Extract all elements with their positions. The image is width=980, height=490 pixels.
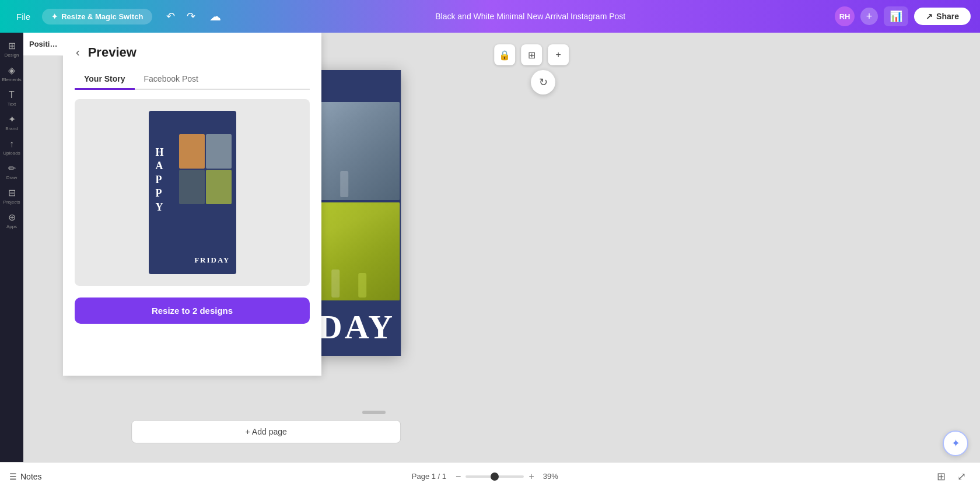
projects-icon: ⊟ xyxy=(8,187,16,198)
stats-button[interactable]: 📊 xyxy=(884,6,908,26)
view-controls: ⊞ ⤢ xyxy=(932,468,971,485)
add-page-button[interactable]: + Add page xyxy=(131,420,401,443)
file-button[interactable]: File xyxy=(9,8,37,25)
zoom-slider-container: − + 39% xyxy=(456,471,562,482)
preview-canvas-area: HAPPY FRIDAY xyxy=(75,99,310,286)
magic-ai-button[interactable]: ✦ xyxy=(943,430,968,456)
document-title: Black and White Minimal New Arrival Inst… xyxy=(435,12,625,21)
preview-panel: ‹ Preview Your Story Facebook Post HAPPY… xyxy=(63,33,321,376)
tab-your-story[interactable]: Your Story xyxy=(75,69,135,90)
fullscreen-button[interactable]: ⤢ xyxy=(953,468,971,485)
preview-photo-cell-4 xyxy=(206,170,232,204)
add-element-button[interactable]: + xyxy=(548,44,569,65)
zoom-thumb xyxy=(491,473,499,481)
sidebar-item-uploads[interactable]: ↑ Uploads xyxy=(1,136,22,158)
preview-photo-cell-1 xyxy=(179,134,205,169)
preview-happy-text: HAPPY xyxy=(156,146,164,214)
bottom-center: Page 1 / 1 − + 39% xyxy=(412,471,562,482)
sidebar-item-draw[interactable]: ✏ Draw xyxy=(1,161,22,182)
share-icon: ↗ xyxy=(926,12,933,21)
elements-icon: ◈ xyxy=(8,65,15,76)
uploads-icon: ↑ xyxy=(9,139,14,149)
cloud-save-button[interactable]: ☁ xyxy=(205,7,226,26)
resize-designs-button[interactable]: Resize to 2 designs xyxy=(75,298,310,324)
share-button[interactable]: ↗ Share xyxy=(914,8,971,25)
notes-icon: ☰ xyxy=(9,472,17,481)
preview-back-button[interactable]: ‹ xyxy=(75,44,81,60)
preview-title: Preview xyxy=(88,45,136,60)
page-handle xyxy=(362,411,386,414)
zoom-slider[interactable] xyxy=(466,475,524,478)
sidebar-item-apps[interactable]: ⊕ Apps xyxy=(1,210,22,231)
resize-magic-switch-button[interactable]: ✦ Resize & Magic Switch xyxy=(42,9,152,24)
preview-header: ‹ Preview xyxy=(75,44,310,60)
preview-photo-grid xyxy=(179,134,232,204)
sidebar-item-brand[interactable]: ✦ Brand xyxy=(1,112,22,133)
header: File ✦ Resize & Magic Switch ↶ ↷ ☁ Black… xyxy=(0,0,980,33)
text-icon: T xyxy=(9,90,15,100)
page-handle-container xyxy=(239,411,509,414)
canvas-toolbar: 🔒 ⊞ + xyxy=(494,44,569,65)
brand-icon: ✦ xyxy=(8,114,16,125)
sidebar-item-text[interactable]: T Text xyxy=(1,88,22,108)
lock-button[interactable]: 🔒 xyxy=(494,44,515,65)
left-sidebar: ⊞ Design ◈ Elements T Text ✦ Brand ↑ Upl… xyxy=(0,33,23,490)
header-right: RH + 📊 ↗ Share xyxy=(835,6,971,26)
preview-friday-text: FRIDAY xyxy=(194,256,230,265)
zoom-out-button[interactable]: − xyxy=(456,471,461,482)
position-panel: Positi… xyxy=(23,33,63,56)
sidebar-item-design[interactable]: ⊞ Design xyxy=(1,38,22,60)
preview-photo-cell-3 xyxy=(179,170,205,204)
avatar[interactable]: RH xyxy=(835,6,855,26)
refresh-icon: ↻ xyxy=(539,76,548,89)
add-collaborator-button[interactable]: + xyxy=(860,8,878,25)
page-info: Page 1 / 1 xyxy=(412,472,446,481)
zoom-level: 39% xyxy=(539,472,562,481)
refresh-canvas-button[interactable]: ↻ xyxy=(531,70,555,94)
header-left: File ✦ Resize & Magic Switch ↶ ↷ ☁ xyxy=(9,7,226,26)
redo-button[interactable]: ↷ xyxy=(182,8,200,25)
magic-icon: ✦ xyxy=(51,12,58,21)
group-button[interactable]: ⊞ xyxy=(521,44,542,65)
design-icon: ⊞ xyxy=(8,40,16,51)
undo-button[interactable]: ↶ xyxy=(162,8,180,25)
sparkle-icon: ✦ xyxy=(951,437,960,450)
sidebar-item-projects[interactable]: ⊟ Projects xyxy=(1,186,22,206)
tab-facebook-post[interactable]: Facebook Post xyxy=(135,69,208,90)
draw-icon: ✏ xyxy=(8,163,16,174)
grid-view-button[interactable]: ⊞ xyxy=(932,468,950,485)
undo-redo-group: ↶ ↷ xyxy=(162,8,200,25)
preview-tabs: Your Story Facebook Post xyxy=(75,69,310,90)
preview-photo-cell-2 xyxy=(206,134,232,169)
zoom-in-button[interactable]: + xyxy=(528,471,534,482)
sidebar-item-elements[interactable]: ◈ Elements xyxy=(1,63,22,84)
preview-design: HAPPY FRIDAY xyxy=(149,111,236,274)
bottom-bar: ☰ Notes Page 1 / 1 − + 39% ⊞ ⤢ xyxy=(0,462,980,490)
apps-icon: ⊕ xyxy=(8,212,16,223)
notes-button[interactable]: ☰ Notes xyxy=(9,472,42,481)
